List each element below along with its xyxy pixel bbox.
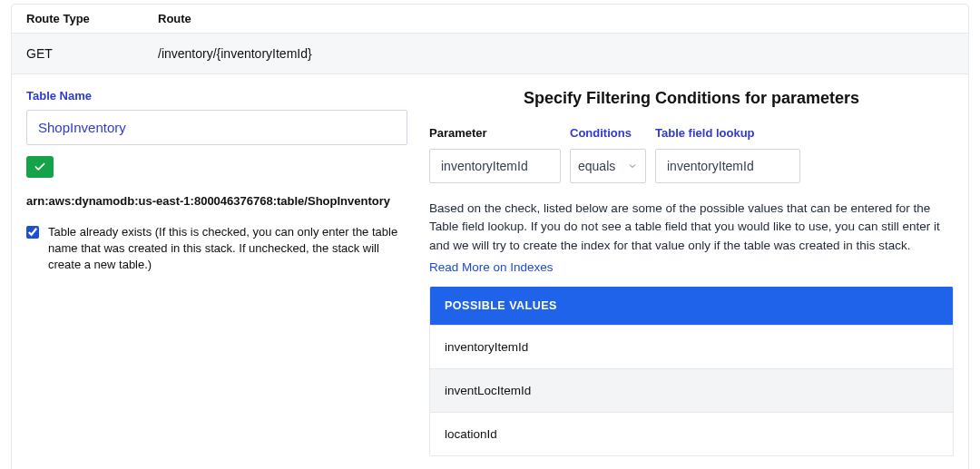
route-row: GET /inventory/{inventoryItemId} (12, 33, 968, 74)
table-exists-checkbox[interactable] (26, 226, 39, 239)
parameter-label: Parameter (429, 126, 561, 140)
filtering-section: Specify Filtering Conditions for paramet… (429, 89, 954, 456)
route-value: /inventory/{inventoryItemId} (158, 46, 954, 61)
route-column-headers: Route Type Route (12, 5, 968, 33)
lookup-label: Table field lookup (655, 126, 800, 140)
possible-values-table: Possible Values inventoryItemId inventLo… (429, 287, 954, 456)
parameter-input[interactable] (429, 149, 561, 183)
table-arn: arn:aws:dynamodb:us-east-1:800046376768:… (26, 194, 407, 208)
lookup-input[interactable] (655, 149, 800, 183)
conditions-select[interactable]: equals (570, 149, 646, 183)
table-row[interactable]: inventLocItemId (430, 368, 953, 412)
table-exists-row: Table already exists (If this is checked… (26, 224, 407, 274)
chevron-down-icon (627, 161, 638, 171)
possible-values-header: Possible Values (430, 287, 953, 325)
table-exists-description: Table already exists (If this is checked… (48, 224, 407, 274)
read-more-link[interactable]: Read More on Indexes (429, 260, 554, 274)
filter-controls: Parameter Conditions equals Table field … (429, 126, 954, 183)
route-type-header: Route Type (26, 12, 158, 25)
route-header: Route (158, 12, 954, 25)
table-row[interactable]: locationId (430, 412, 953, 455)
validate-table-button[interactable] (26, 156, 54, 178)
config-body: Table Name arn:aws:dynamodb:us-east-1:80… (12, 74, 968, 469)
conditions-label: Conditions (570, 126, 646, 140)
check-icon (34, 161, 46, 173)
table-row[interactable]: inventoryItemId (430, 325, 953, 368)
route-type-value: GET (26, 46, 158, 61)
table-name-section: Table Name arn:aws:dynamodb:us-east-1:80… (26, 89, 407, 456)
table-name-input[interactable] (26, 110, 407, 145)
filtering-title: Specify Filtering Conditions for paramet… (429, 89, 954, 108)
help-text: Based on the check, listed below are som… (429, 200, 954, 255)
table-name-label: Table Name (26, 89, 407, 103)
conditions-value: equals (578, 159, 615, 173)
route-config-card: Route Type Route GET /inventory/{invento… (11, 4, 969, 469)
